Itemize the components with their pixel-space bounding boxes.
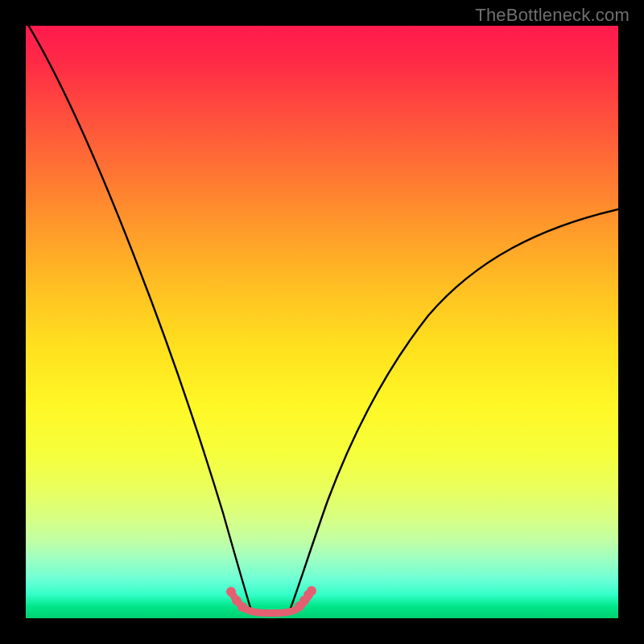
optimal-floor-markers bbox=[226, 586, 316, 612]
plot-area bbox=[26, 26, 618, 618]
bottleneck-curve bbox=[26, 26, 618, 618]
curve-right-branch bbox=[290, 209, 618, 610]
svg-point-2 bbox=[237, 602, 247, 612]
chart-frame: TheBottleneck.com bbox=[0, 0, 644, 644]
curve-left-branch bbox=[26, 26, 251, 610]
svg-point-0 bbox=[226, 587, 236, 597]
svg-point-6 bbox=[307, 586, 316, 596]
watermark-text: TheBottleneck.com bbox=[475, 5, 630, 26]
